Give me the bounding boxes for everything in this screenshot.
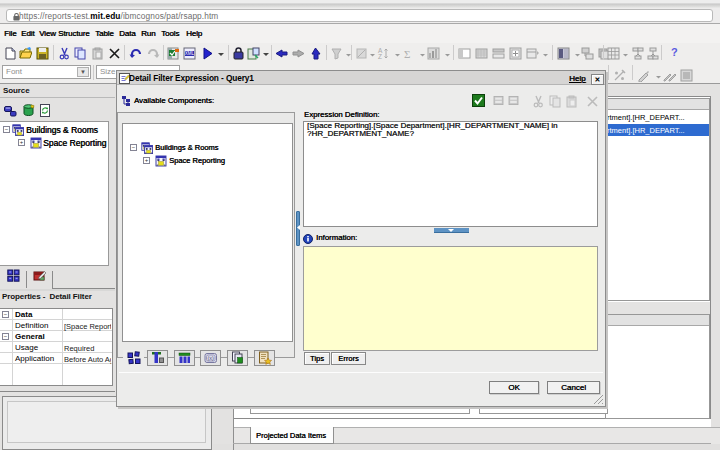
svg-text:Z: Z: [378, 53, 382, 60]
svg-text:(x): (x): [208, 355, 215, 361]
svg-text:Σ: Σ: [404, 48, 410, 60]
svg-text:XML: XML: [185, 51, 195, 56]
